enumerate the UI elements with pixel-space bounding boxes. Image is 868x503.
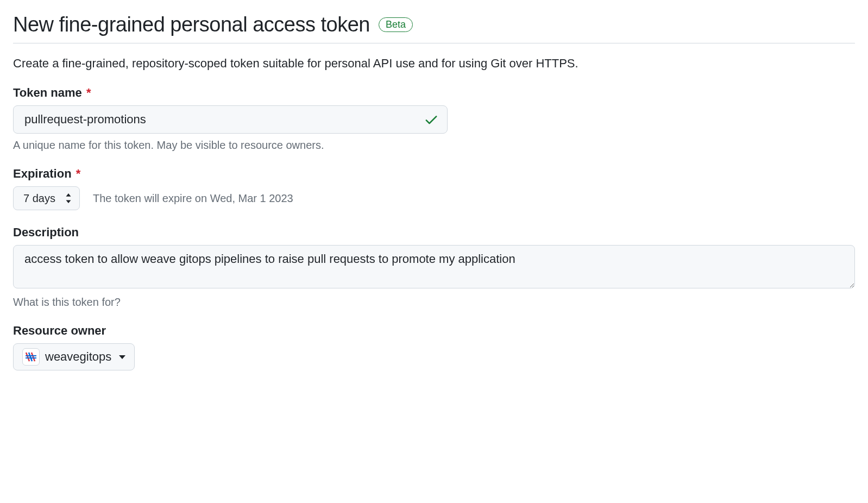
description-help: What is this token for? <box>13 296 855 309</box>
check-icon <box>424 112 439 127</box>
required-asterisk-icon: * <box>86 86 91 99</box>
description-textarea[interactable] <box>13 245 855 288</box>
token-name-help: A unique name for this token. May be vis… <box>13 139 855 152</box>
resource-owner-name: weavegitops <box>45 350 111 364</box>
page-header: New fine-grained personal access token B… <box>13 13 855 43</box>
token-name-label-text: Token name <box>13 86 82 99</box>
resource-owner-button[interactable]: weavegitops <box>13 343 135 370</box>
token-name-label: Token name * <box>13 86 855 100</box>
resource-owner-label: Resource owner <box>13 324 855 338</box>
caret-down-icon <box>119 355 125 359</box>
beta-badge: Beta <box>379 17 413 32</box>
expiration-select-wrapper: 7 days <box>13 186 80 210</box>
description-group: Description What is this token for? <box>13 225 855 309</box>
token-name-group: Token name * A unique name for this toke… <box>13 86 855 152</box>
weavegitops-logo-icon <box>24 350 37 363</box>
expiration-label-text: Expiration <box>13 167 72 180</box>
token-name-input[interactable] <box>13 105 448 134</box>
intro-text: Create a fine-grained, repository-scoped… <box>13 56 855 71</box>
description-label: Description <box>13 225 855 240</box>
expiration-row: 7 days The token will expire on Wed, Mar… <box>13 186 855 210</box>
owner-avatar-icon <box>22 348 40 366</box>
resource-owner-group: Resource owner weavegitops <box>13 324 855 370</box>
expiration-label: Expiration * <box>13 167 855 181</box>
page-title: New fine-grained personal access token <box>13 13 370 36</box>
expiration-note: The token will expire on Wed, Mar 1 2023 <box>93 192 293 205</box>
required-asterisk-icon: * <box>76 167 81 180</box>
expiration-select[interactable]: 7 days <box>13 186 80 210</box>
token-name-input-wrapper <box>13 105 448 134</box>
expiration-group: Expiration * 7 days The token will expir… <box>13 167 855 210</box>
